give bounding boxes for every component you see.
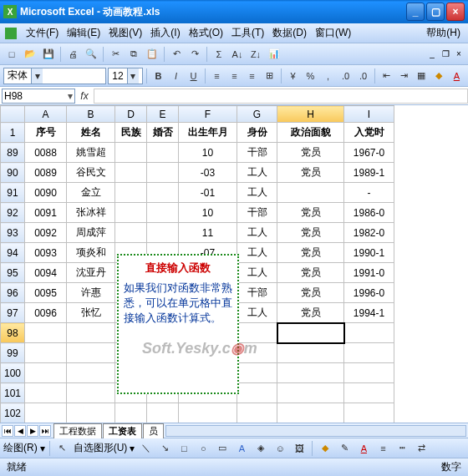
- dash-style-icon[interactable]: ┅: [394, 440, 410, 457]
- fill-color-icon[interactable]: ◆: [431, 68, 447, 84]
- row-header[interactable]: 95: [1, 263, 25, 283]
- diagram-icon[interactable]: ◈: [252, 440, 269, 457]
- row-header[interactable]: 98: [1, 323, 25, 343]
- col-header-G[interactable]: G: [237, 106, 277, 123]
- doc-restore-icon[interactable]: ❐: [440, 48, 451, 60]
- cell-G100[interactable]: [237, 363, 277, 383]
- dropdown-icon[interactable]: ▾: [31, 68, 43, 84]
- cell-B96[interactable]: 许惠: [67, 283, 115, 303]
- picture-icon[interactable]: 🖼: [291, 440, 308, 457]
- cell-H96[interactable]: 党员: [277, 283, 344, 303]
- cell-I89[interactable]: 1967-0: [344, 143, 394, 163]
- menu-format[interactable]: 格式(O): [185, 24, 227, 42]
- cell-I94[interactable]: 1990-1: [344, 243, 394, 263]
- arrow-style-icon[interactable]: ⇄: [413, 440, 430, 457]
- align-center-icon[interactable]: ≡: [226, 68, 242, 84]
- cell-A97[interactable]: 0096: [25, 303, 67, 323]
- cell-H91[interactable]: [277, 183, 344, 203]
- cell-G89[interactable]: 干部: [237, 143, 277, 163]
- cell-I98[interactable]: [344, 323, 394, 343]
- select-all[interactable]: [1, 106, 25, 123]
- cell-B101[interactable]: [67, 383, 115, 403]
- cell-E102[interactable]: [147, 403, 179, 423]
- redo-icon[interactable]: ↷: [186, 46, 203, 63]
- cell-H95[interactable]: 党员: [277, 263, 344, 283]
- increase-decimal-icon[interactable]: .0: [338, 68, 354, 84]
- tab-next-icon[interactable]: ▶: [27, 425, 38, 437]
- decrease-decimal-icon[interactable]: .0: [355, 68, 371, 84]
- line-style-icon[interactable]: ≡: [374, 440, 391, 457]
- dropdown-icon[interactable]: ▾: [68, 90, 73, 102]
- cell-F90[interactable]: -03: [179, 163, 237, 183]
- cell-A94[interactable]: 0093: [25, 243, 67, 263]
- cell-E93[interactable]: [147, 223, 179, 243]
- cell-A99[interactable]: [25, 343, 67, 363]
- cell-G98[interactable]: [237, 323, 277, 343]
- tab-first-icon[interactable]: ⏮: [2, 425, 13, 437]
- font-color-icon[interactable]: A: [355, 440, 372, 457]
- open-icon[interactable]: 📂: [22, 46, 38, 63]
- row-header[interactable]: 1: [1, 123, 25, 143]
- cell[interactable]: 姓名: [67, 123, 115, 143]
- name-box[interactable]: H98▾: [2, 89, 75, 104]
- cell-A95[interactable]: 0094: [25, 263, 67, 283]
- fill-icon[interactable]: ◆: [317, 440, 333, 457]
- clipart-icon[interactable]: ☺: [272, 440, 288, 457]
- select-icon[interactable]: ↖: [54, 440, 71, 457]
- sort-desc-icon[interactable]: Z↓: [247, 46, 264, 63]
- cell-D90[interactable]: [115, 163, 147, 183]
- menu-help[interactable]: 帮助(H): [422, 24, 465, 42]
- sheet-tab-2[interactable]: 工资表: [103, 423, 142, 438]
- oval-icon[interactable]: ○: [195, 440, 211, 457]
- row-header[interactable]: 94: [1, 243, 25, 263]
- tab-prev-icon[interactable]: ◀: [14, 425, 26, 437]
- cell[interactable]: 出生年月: [179, 123, 237, 143]
- cell-F102[interactable]: [179, 403, 237, 423]
- row-header[interactable]: 91: [1, 183, 25, 203]
- col-header-E[interactable]: E: [147, 106, 179, 123]
- row-header[interactable]: 90: [1, 163, 25, 183]
- cell-H89[interactable]: 党员: [277, 143, 344, 163]
- cell-B97[interactable]: 张忆: [67, 303, 115, 323]
- cell-E90[interactable]: [147, 163, 179, 183]
- dropdown-icon[interactable]: ▾: [127, 68, 139, 84]
- cell[interactable]: 政治面貌: [277, 123, 344, 143]
- col-header-B[interactable]: B: [67, 106, 115, 123]
- minimize-button[interactable]: _: [406, 3, 425, 21]
- cell[interactable]: 身份: [237, 123, 277, 143]
- cell-H98[interactable]: [277, 323, 344, 343]
- save-icon[interactable]: 💾: [40, 46, 57, 63]
- row-header[interactable]: 100: [1, 363, 25, 383]
- cell-I99[interactable]: [344, 343, 394, 363]
- tab-last-icon[interactable]: ⏭: [39, 425, 51, 437]
- cell[interactable]: 民族: [115, 123, 147, 143]
- cell-A102[interactable]: [25, 403, 67, 423]
- autoshapes-menu[interactable]: 自选图形(U): [74, 441, 128, 455]
- merge-icon[interactable]: ⊞: [262, 68, 277, 84]
- cell-A90[interactable]: 0089: [25, 163, 67, 183]
- cell-B100[interactable]: [67, 363, 115, 383]
- menu-file[interactable]: 文件(F): [22, 24, 63, 42]
- cell-B99[interactable]: [67, 343, 115, 363]
- cell-I95[interactable]: 1991-0: [344, 263, 394, 283]
- maximize-button[interactable]: ▢: [426, 3, 445, 21]
- cell-H99[interactable]: [277, 343, 344, 363]
- col-header-I[interactable]: I: [344, 106, 394, 123]
- col-header-D[interactable]: D: [115, 106, 147, 123]
- chart-icon[interactable]: 📊: [266, 46, 282, 63]
- row-header[interactable]: 102: [1, 403, 25, 423]
- cell-E89[interactable]: [147, 143, 179, 163]
- arrow-icon[interactable]: ↘: [156, 440, 173, 457]
- row-header[interactable]: 99: [1, 343, 25, 363]
- cell-A98[interactable]: [25, 323, 67, 343]
- outdent-icon[interactable]: ⇥: [396, 68, 412, 84]
- cell-D93[interactable]: [115, 223, 147, 243]
- underline-icon[interactable]: U: [186, 68, 201, 84]
- cell-A92[interactable]: 0091: [25, 203, 67, 223]
- line-icon[interactable]: ＼: [137, 440, 154, 457]
- cell-D89[interactable]: [115, 143, 147, 163]
- new-icon[interactable]: □: [3, 46, 20, 63]
- cell-I101[interactable]: [344, 383, 394, 403]
- menu-insert[interactable]: 插入(I): [146, 24, 184, 42]
- cell-G91[interactable]: 工人: [237, 183, 277, 203]
